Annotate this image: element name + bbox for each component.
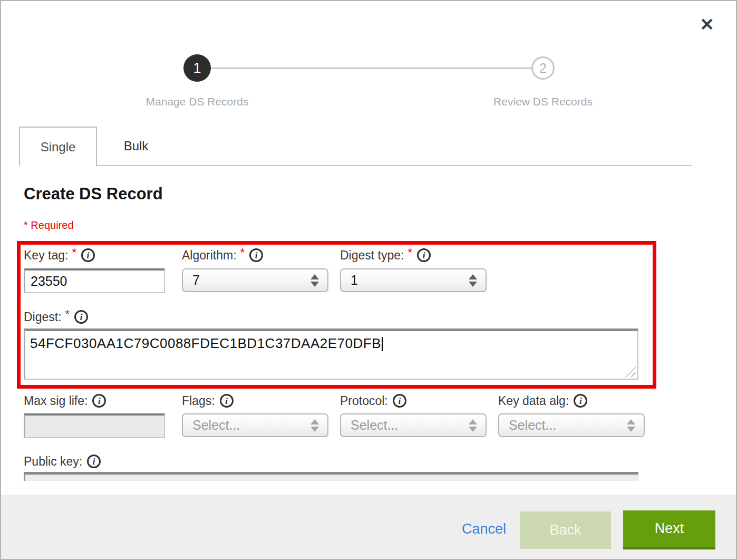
chevron-up-down-icon bbox=[469, 419, 477, 432]
digest-label: Digest: * i bbox=[24, 309, 88, 325]
required-asterisk: * bbox=[72, 246, 76, 259]
digest-type-select[interactable]: 1 bbox=[340, 268, 487, 292]
chevron-up-down-icon bbox=[627, 419, 635, 432]
info-icon[interactable]: i bbox=[92, 394, 106, 408]
digest-value: 54FCF030AA1C79C0088FDEC1BD1C37DAA2E70DFB bbox=[30, 335, 381, 351]
step-2-circle: 2 bbox=[531, 56, 555, 80]
step-2-label: Review DS Records bbox=[464, 95, 622, 108]
tab-bulk[interactable]: Bulk bbox=[97, 127, 175, 165]
protocol-select[interactable]: Select... bbox=[340, 413, 487, 437]
info-icon[interactable]: i bbox=[393, 394, 406, 408]
algorithm-select-value: 7 bbox=[192, 273, 200, 288]
key-data-alg-select[interactable]: Select... bbox=[498, 413, 645, 437]
info-icon[interactable]: i bbox=[74, 310, 88, 324]
max-sig-life-label: Max sig life: i bbox=[24, 393, 106, 409]
required-asterisk: * bbox=[65, 307, 70, 321]
flags-label-text: Flags: bbox=[182, 394, 215, 408]
digest-textarea[interactable]: 54FCF030AA1C79C0088FDEC1BD1C37DAA2E70DFB bbox=[24, 329, 638, 380]
step-1-label: Manage DS Records bbox=[118, 95, 276, 108]
key-data-alg-label-text: Key data alg: bbox=[498, 394, 569, 408]
digest-type-label: Digest type: * i bbox=[340, 247, 431, 263]
info-icon[interactable]: i bbox=[574, 394, 587, 408]
page-title: Create DS Record bbox=[24, 185, 163, 204]
key-tag-label-text: Key tag: bbox=[24, 248, 68, 263]
cancel-button[interactable]: Cancel bbox=[462, 521, 506, 537]
key-tag-label: Key tag: * i bbox=[24, 247, 95, 263]
info-icon[interactable]: i bbox=[417, 248, 431, 262]
required-asterisk: * bbox=[240, 246, 245, 259]
footer: Cancel Back Next bbox=[1, 495, 736, 559]
max-sig-life-label-text: Max sig life: bbox=[24, 394, 88, 408]
protocol-label-text: Protocol: bbox=[340, 394, 388, 408]
resize-handle-icon[interactable] bbox=[625, 366, 636, 377]
digest-type-label-text: Digest type: bbox=[340, 248, 404, 263]
flags-label: Flags: i bbox=[182, 393, 234, 409]
flags-select[interactable]: Select... bbox=[182, 413, 328, 437]
flags-select-value: Select... bbox=[192, 418, 240, 433]
algorithm-select[interactable]: 7 bbox=[182, 268, 328, 292]
stepper-connector-line bbox=[211, 67, 531, 69]
close-icon[interactable]: ✕ bbox=[695, 13, 719, 37]
public-key-textarea bbox=[24, 472, 638, 481]
tab-single[interactable]: Single bbox=[19, 127, 97, 166]
chevron-up-down-icon bbox=[311, 419, 319, 432]
key-data-alg-select-value: Select... bbox=[509, 418, 556, 433]
info-icon[interactable]: i bbox=[87, 455, 101, 468]
step-1-circle: 1 bbox=[183, 54, 211, 82]
back-button: Back bbox=[520, 511, 611, 549]
protocol-select-value: Select... bbox=[351, 418, 398, 433]
digest-label-text: Digest: bbox=[24, 310, 62, 324]
info-icon[interactable]: i bbox=[249, 248, 263, 262]
next-button[interactable]: Next bbox=[623, 510, 715, 549]
chevron-up-down-icon bbox=[311, 274, 319, 287]
public-key-label: Public key: i bbox=[24, 453, 101, 469]
tabs-underline bbox=[19, 165, 692, 166]
required-asterisk: * bbox=[408, 246, 412, 259]
algorithm-label: Algorithm: * i bbox=[182, 247, 263, 263]
required-note: * Required bbox=[24, 219, 74, 231]
digest-type-select-value: 1 bbox=[351, 273, 358, 288]
max-sig-life-input bbox=[24, 413, 165, 438]
algorithm-label-text: Algorithm: bbox=[182, 248, 237, 263]
key-data-alg-label: Key data alg: i bbox=[498, 393, 587, 409]
info-icon[interactable]: i bbox=[81, 248, 95, 262]
text-caret bbox=[382, 337, 383, 351]
info-icon[interactable]: i bbox=[220, 394, 234, 408]
public-key-label-text: Public key: bbox=[24, 455, 82, 469]
chevron-up-down-icon bbox=[469, 274, 477, 287]
create-ds-record-modal: ✕ 1 2 Manage DS Records Review DS Record… bbox=[0, 0, 737, 560]
protocol-label: Protocol: i bbox=[340, 393, 406, 409]
key-tag-input[interactable] bbox=[24, 268, 165, 293]
